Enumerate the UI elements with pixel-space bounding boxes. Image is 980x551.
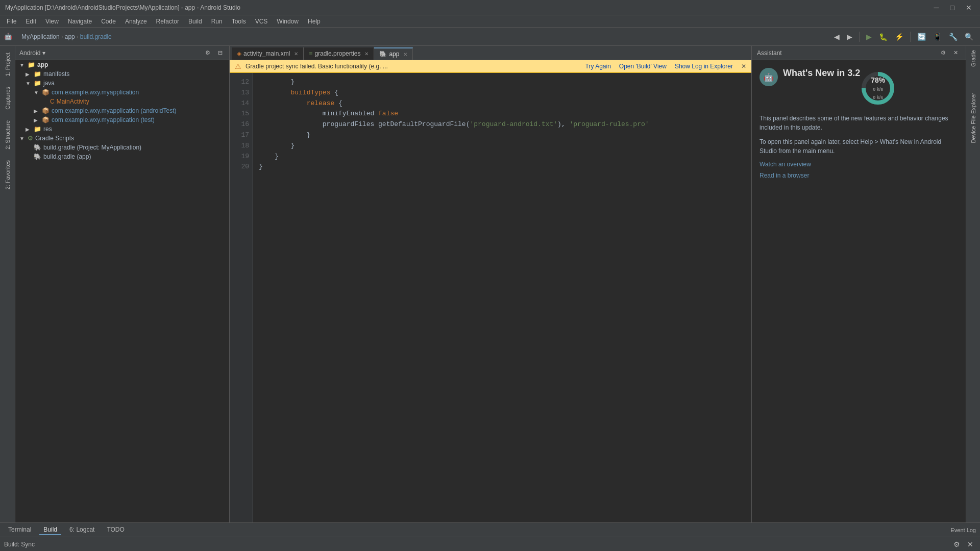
build-header-label: Build: Sync (4, 541, 35, 548)
tree-package-main[interactable]: ▼ 📦 com.example.wxy.myapplication (15, 88, 229, 97)
menu-window[interactable]: Window (273, 17, 303, 26)
watch-overview-link[interactable]: Watch an overview (760, 161, 811, 168)
toolbar-sdk[interactable]: 🔧 (946, 31, 960, 42)
menu-bar: File Edit View Navigate Code Analyze Ref… (0, 15, 980, 28)
menu-help[interactable]: Help (304, 17, 325, 26)
tab-close-app[interactable]: ✕ (403, 52, 407, 57)
menu-run[interactable]: Run (207, 17, 227, 26)
sidebar-structure-btn[interactable]: 2: Structure (3, 116, 13, 154)
menu-edit[interactable]: Edit (21, 17, 40, 26)
tab-activity-main[interactable]: ◈ activity_main.xml ✕ (232, 47, 304, 60)
tab-close-properties[interactable]: ✕ (364, 51, 369, 57)
read-browser-link[interactable]: Read in a browser (760, 172, 809, 179)
code-content[interactable]: } buildTypes { release { minifyEnabled f… (253, 73, 751, 522)
build-close-btn[interactable]: ✕ (965, 539, 976, 550)
assistant-close-btn[interactable]: ✕ (951, 48, 961, 58)
build-output: Terminal Build 6: Logcat TODO Event Log … (0, 522, 980, 551)
gradle-sidebar-btn[interactable]: Gradle (968, 48, 979, 68)
breadcrumb-file[interactable]: build.gradle (80, 33, 112, 40)
menu-refactor[interactable]: Refactor (152, 17, 183, 26)
tree-app-folder[interactable]: ▼ 📁 app (15, 60, 229, 69)
menu-tools[interactable]: Tools (228, 17, 250, 26)
sync-show-log[interactable]: Show Log in Explorer (675, 63, 733, 70)
tree-manifests[interactable]: ▶ 📁 manifests (15, 69, 229, 79)
build-tab-build[interactable]: Build (39, 525, 61, 535)
toolbar-search[interactable]: 🔍 (962, 31, 976, 42)
assistant-main-title: What's New in 3.2 (783, 68, 860, 79)
tree-package-androidtest[interactable]: ▶ 📦 com.example.wxy.myapplication (andro… (15, 106, 229, 115)
tree-build-gradle-project[interactable]: 🐘 build.gradle (Project: MyApplication) (15, 143, 229, 152)
progress-percent: 78% 0 k/s 0 k/s (871, 76, 885, 101)
project-tree-title: Android ▾ (19, 49, 45, 57)
build-tab-todo[interactable]: TODO (103, 525, 128, 535)
sync-open-build[interactable]: Open 'Build' View (619, 63, 667, 70)
toolbar-sync[interactable]: 🔄 (915, 31, 928, 42)
assistant-title-label: Assistant (757, 49, 782, 57)
tab-xml-icon: ◈ (237, 50, 241, 57)
tree-res[interactable]: ▶ 📁 res (15, 124, 229, 134)
minimize-button[interactable]: ─ (931, 3, 942, 13)
tab-label-app: app (389, 51, 399, 58)
maximize-button[interactable]: □ (947, 3, 958, 13)
tab-app-gradle[interactable]: 🐘 app ✕ (374, 47, 413, 60)
sidebar-captures-btn[interactable]: Captures (3, 83, 13, 114)
android-studio-logo: 🤖 (4, 33, 12, 40)
tree-gradle-scripts[interactable]: ▼ ⚙ Gradle Scripts (15, 134, 229, 143)
breadcrumb-sep1: › (61, 33, 63, 40)
tab-props-icon: ≡ (309, 50, 312, 57)
gradle-sync-bar: ⚠ Gradle project sync failed. Basic func… (230, 60, 751, 73)
tab-gradle-properties[interactable]: ≡ gradle.properties ✕ (304, 47, 374, 60)
close-button[interactable]: ✕ (963, 3, 975, 13)
sync-bar-close[interactable]: ✕ (741, 63, 746, 70)
breadcrumb: MyApplication › app › build.gradle (21, 33, 112, 40)
breadcrumb-module[interactable]: app (65, 33, 75, 40)
sync-try-again[interactable]: Try Again (585, 63, 611, 70)
build-tab-logcat[interactable]: 6: Logcat (65, 525, 99, 535)
build-tabs: Terminal Build 6: Logcat TODO Event Log (0, 523, 980, 537)
right-sidebar: Gradle Device File Explorer (966, 46, 980, 522)
tree-build-gradle-app[interactable]: 🐘 build.gradle (app) (15, 152, 229, 161)
tree-settings-btn[interactable]: ⚙ (203, 48, 213, 58)
build-toolbar: Build: Sync ⚙ ✕ (0, 537, 980, 551)
editor-area: ◈ activity_main.xml ✕ ≡ gradle.propertie… (230, 46, 751, 522)
menu-build[interactable]: Build (184, 17, 206, 26)
tree-collapse-btn[interactable]: ⊟ (215, 48, 225, 58)
event-log-btn[interactable]: Event Log (950, 527, 976, 533)
tab-label-properties: gradle.properties (314, 50, 360, 57)
tree-package-test[interactable]: ▶ 📦 com.example.wxy.myapplication (test) (15, 115, 229, 124)
window-controls: ─ □ ✕ (931, 3, 975, 13)
toolbar-debug[interactable]: 🐛 (876, 31, 890, 42)
assistant-header: Assistant ⚙ ✕ (752, 46, 966, 60)
tree-mainactivity[interactable]: C MainActivity (15, 97, 229, 106)
sync-message: Gradle project sync failed. Basic functi… (246, 63, 581, 70)
breadcrumb-app[interactable]: MyApplication (21, 33, 60, 40)
assistant-settings-btn[interactable]: ⚙ (938, 48, 948, 58)
device-explorer-btn[interactable]: Device File Explorer (968, 91, 979, 144)
menu-view[interactable]: View (41, 17, 63, 26)
toolbar-profile[interactable]: ⚡ (892, 31, 906, 42)
code-editor[interactable]: 121314151617181920 } buildTypes { releas… (230, 73, 751, 522)
sync-warning-icon: ⚠ (235, 62, 241, 70)
build-settings-btn[interactable]: ⚙ (951, 539, 963, 550)
menu-analyze[interactable]: Analyze (121, 17, 151, 26)
tab-label-activity: activity_main.xml (243, 50, 290, 57)
toolbar-sep2 (910, 32, 911, 42)
toolbar-avd[interactable]: 📱 (930, 31, 944, 42)
toolbar-forward[interactable]: ▶ (844, 31, 855, 42)
toolbar-back[interactable]: ◀ (831, 31, 842, 42)
menu-vcs[interactable]: VCS (251, 17, 272, 26)
tree-java[interactable]: ▼ 📁 java (15, 79, 229, 88)
line-numbers: 121314151617181920 (230, 73, 253, 522)
tab-close-activity[interactable]: ✕ (294, 51, 298, 57)
build-tab-terminal[interactable]: Terminal (4, 525, 35, 535)
menu-file[interactable]: File (3, 17, 20, 26)
progress-ring: 78% 0 k/s 0 k/s (860, 70, 896, 106)
project-tree: Android ▾ ⚙ ⊟ ▼ 📁 app ▶ 📁 manifests ▼ 📁 … (15, 46, 230, 522)
sidebar-project-btn[interactable]: 1: Project (3, 48, 13, 80)
toolbar-run[interactable]: ▶ (864, 31, 874, 42)
menu-navigate[interactable]: Navigate (64, 17, 96, 26)
toolbar-sep1 (859, 32, 860, 42)
menu-code[interactable]: Code (97, 17, 120, 26)
sidebar-favorites-btn[interactable]: 2: Favorites (3, 156, 13, 193)
assistant-panel: Assistant ⚙ ✕ 🤖 What's New in 3.2 (751, 46, 966, 522)
